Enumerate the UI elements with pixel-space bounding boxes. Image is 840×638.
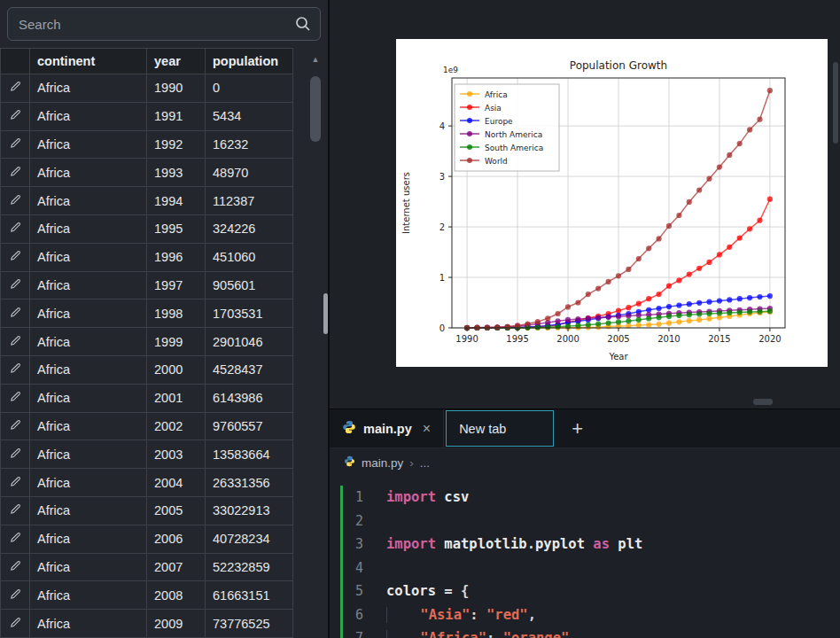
code-line[interactable]: 2 (330, 510, 840, 533)
cell-continent[interactable]: Africa (30, 187, 147, 215)
cell-continent[interactable]: Africa (30, 300, 147, 328)
cell-population[interactable]: 5434 (206, 102, 293, 130)
edit-row-icon[interactable] (1, 525, 30, 553)
cell-continent[interactable]: Africa (30, 496, 147, 525)
cell-year[interactable]: 1990 (147, 74, 206, 103)
cell-year[interactable]: 1996 (147, 243, 206, 271)
cell-population[interactable]: 4528437 (206, 355, 293, 384)
search-input[interactable] (7, 7, 321, 41)
cell-continent[interactable]: Africa (30, 384, 147, 412)
cell-population[interactable]: 1703531 (206, 300, 293, 328)
edit-row-icon[interactable] (1, 581, 30, 610)
edit-row-icon[interactable] (1, 384, 30, 412)
edit-row-icon[interactable] (1, 243, 30, 271)
breadcrumb-ellipsis[interactable]: ... (420, 456, 430, 470)
tab-main-py[interactable]: main.py × (330, 409, 444, 447)
edit-row-icon[interactable] (1, 440, 30, 469)
cell-population[interactable]: 9760557 (206, 412, 293, 440)
edit-row-icon[interactable] (1, 496, 30, 525)
cell-continent[interactable]: Africa (30, 271, 147, 300)
cell-year[interactable]: 2008 (147, 581, 206, 610)
table-scrollbar[interactable]: ▲ (308, 51, 323, 638)
cell-continent[interactable]: Africa (30, 214, 147, 243)
cell-continent[interactable]: Africa (30, 469, 147, 497)
cell-continent[interactable]: Africa (30, 243, 147, 271)
cell-year[interactable]: 1995 (147, 214, 206, 243)
edit-row-icon[interactable] (1, 102, 30, 130)
code-line[interactable]: 7 "Africa": "orange", (330, 626, 840, 638)
edit-row-icon[interactable] (1, 187, 30, 215)
cell-population[interactable]: 61663151 (206, 581, 293, 610)
table-scrollbar-thumb[interactable] (310, 76, 321, 142)
code-line[interactable]: 5colors = { (330, 580, 840, 603)
cell-continent[interactable]: Africa (30, 159, 147, 187)
cell-continent[interactable]: Africa (30, 610, 147, 638)
code-line[interactable]: 1import csv (330, 486, 840, 510)
cell-year[interactable]: 1993 (147, 159, 206, 187)
chart-vertical-scrollbar-thumb[interactable] (833, 62, 838, 144)
cell-year[interactable]: 2005 (147, 496, 206, 525)
cell-continent[interactable]: Africa (30, 328, 147, 356)
cell-continent[interactable]: Africa (30, 412, 147, 440)
edit-row-icon[interactable] (1, 469, 30, 497)
cell-year[interactable]: 2004 (147, 469, 206, 497)
edit-row-icon[interactable] (1, 412, 30, 440)
tab-new-tab[interactable]: New tab (446, 410, 554, 447)
cell-year[interactable]: 2009 (147, 610, 206, 638)
cell-population[interactable]: 0 (206, 74, 293, 103)
cell-year[interactable]: 2007 (147, 553, 206, 581)
cell-year[interactable]: 2003 (147, 440, 206, 469)
cell-population[interactable]: 13583664 (206, 440, 293, 469)
cell-year[interactable]: 1998 (147, 300, 206, 328)
cell-continent[interactable]: Africa (30, 130, 147, 159)
cell-population[interactable]: 905601 (206, 271, 293, 300)
tab-close-icon[interactable]: × (423, 421, 431, 437)
cell-population[interactable]: 73776525 (206, 610, 293, 638)
edit-row-icon[interactable] (1, 610, 30, 638)
cell-year[interactable]: 2001 (147, 384, 206, 412)
code-line[interactable]: 3import matplotlib.pyplot as plt (330, 533, 840, 556)
cell-population[interactable]: 16232 (206, 130, 293, 159)
code-line[interactable]: 6 "Asia": "red", (330, 603, 840, 627)
cell-population[interactable]: 451060 (206, 243, 293, 271)
edit-row-icon[interactable] (1, 130, 30, 159)
cell-population[interactable]: 40728234 (206, 525, 293, 553)
cell-continent[interactable]: Africa (30, 553, 147, 581)
cell-year[interactable]: 1992 (147, 130, 206, 159)
cell-population[interactable]: 48970 (206, 159, 293, 187)
code-line[interactable]: 4 (330, 556, 840, 580)
cell-year[interactable]: 2006 (147, 525, 206, 553)
cell-population[interactable]: 26331356 (206, 469, 293, 497)
cell-continent[interactable]: Africa (30, 440, 147, 469)
cell-population[interactable]: 6143986 (206, 384, 293, 412)
cell-year[interactable]: 2002 (147, 412, 206, 440)
cell-continent[interactable]: Africa (30, 355, 147, 384)
cell-population[interactable]: 33022913 (206, 496, 293, 525)
cell-population[interactable]: 324226 (206, 214, 293, 243)
edit-row-icon[interactable] (1, 300, 30, 328)
edit-row-icon[interactable] (1, 214, 30, 243)
cell-year[interactable]: 1994 (147, 187, 206, 215)
panel-resize-handle[interactable] (323, 293, 328, 334)
breadcrumb-file[interactable]: main.py (362, 456, 403, 470)
cell-continent[interactable]: Africa (30, 74, 147, 103)
code-editor[interactable]: 1import csv23import matplotlib.pyplot as… (330, 477, 840, 638)
cell-year[interactable]: 1999 (147, 328, 206, 356)
cell-population[interactable]: 112387 (206, 187, 293, 215)
cell-continent[interactable]: Africa (30, 525, 147, 553)
cell-population[interactable]: 2901046 (206, 328, 293, 356)
cell-continent[interactable]: Africa (30, 581, 147, 610)
edit-row-icon[interactable] (1, 328, 30, 356)
cell-population[interactable]: 52232859 (206, 553, 293, 581)
scroll-up-arrow-icon[interactable]: ▲ (308, 55, 323, 64)
cell-year[interactable]: 1991 (147, 102, 206, 130)
edit-row-icon[interactable] (1, 159, 30, 187)
cell-year[interactable]: 1997 (147, 271, 206, 300)
edit-row-icon[interactable] (1, 74, 30, 103)
edit-row-icon[interactable] (1, 553, 30, 581)
edit-row-icon[interactable] (1, 355, 30, 384)
chart-horizontal-scrollbar-thumb[interactable] (753, 399, 773, 405)
add-tab-button[interactable]: + (572, 419, 583, 439)
edit-row-icon[interactable] (1, 271, 30, 300)
cell-year[interactable]: 2000 (147, 355, 206, 384)
